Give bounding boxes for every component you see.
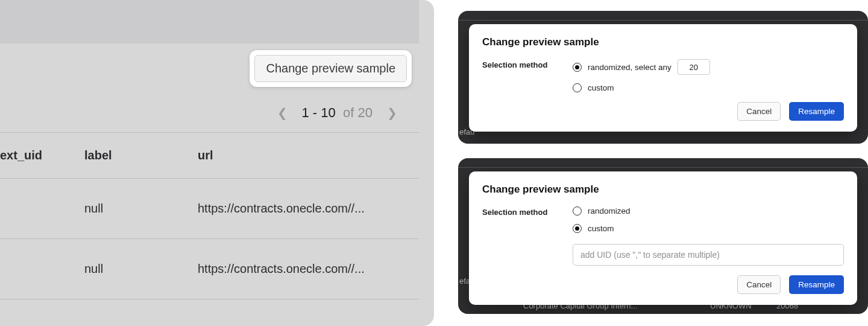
modal-backdrop: efau Corporate Capital Group Intern... U… <box>458 158 868 314</box>
table-preview-panel: Change preview sample ❮ 1 - 10 of 20 ❯ e… <box>0 0 434 326</box>
modal-title: Change preview sample <box>482 36 844 48</box>
column-header-ext-uid: ext_uid <box>0 149 84 162</box>
column-header-label: label <box>84 149 198 162</box>
pagination-range: 1 - 10 <box>302 105 336 120</box>
cell-url: https://contracts.onecle.com//... <box>198 202 419 216</box>
modal-title: Change preview sample <box>482 184 844 196</box>
radio-randomized-label: randomized, select any <box>588 63 671 72</box>
radio-custom[interactable] <box>573 83 582 92</box>
pagination: ❮ 1 - 10 of 20 ❯ <box>0 93 419 133</box>
column-header-url: url <box>198 149 419 162</box>
radio-custom[interactable] <box>573 224 582 233</box>
change-preview-sample-button[interactable]: Change preview sample <box>254 55 407 82</box>
table-row: null https://contracts.onecle.com//... <box>0 179 419 239</box>
chevron-right-icon[interactable]: ❯ <box>387 106 397 120</box>
radio-custom-label: custom <box>588 83 614 92</box>
selection-method-label: Selection method <box>482 206 573 217</box>
resample-button[interactable]: Resample <box>789 275 844 294</box>
window-titlebar <box>0 0 419 43</box>
cell-label: null <box>84 202 198 216</box>
cancel-button[interactable]: Cancel <box>737 102 781 121</box>
sample-count-input[interactable] <box>678 59 710 75</box>
radio-randomized[interactable] <box>573 63 582 72</box>
table-row: null https://contracts.onecle.com//... <box>0 239 419 299</box>
modal-backdrop: efau Change preview sample Selection met… <box>458 11 868 144</box>
cell-url: https://contracts.onecle.com//... <box>198 262 419 276</box>
uid-input[interactable] <box>573 244 844 266</box>
selection-method-label: Selection method <box>482 59 573 69</box>
change-preview-sample-modal-custom: Change preview sample Selection method r… <box>469 171 857 305</box>
table-header-row: ext_uid label url <box>0 133 419 179</box>
cell-label: null <box>84 262 198 276</box>
change-preview-sample-highlight: Change preview sample <box>250 50 412 87</box>
chevron-left-icon[interactable]: ❮ <box>277 106 288 120</box>
pagination-total: 20 <box>358 105 373 120</box>
modals-panel: efau Change preview sample Selection met… <box>434 0 868 326</box>
change-preview-sample-modal-randomized: Change preview sample Selection method r… <box>469 24 857 132</box>
radio-randomized[interactable] <box>573 206 582 216</box>
resample-button[interactable]: Resample <box>789 102 844 121</box>
cancel-button[interactable]: Cancel <box>737 275 781 294</box>
radio-randomized-label: randomized <box>588 206 631 216</box>
radio-custom-label: custom <box>588 224 614 233</box>
